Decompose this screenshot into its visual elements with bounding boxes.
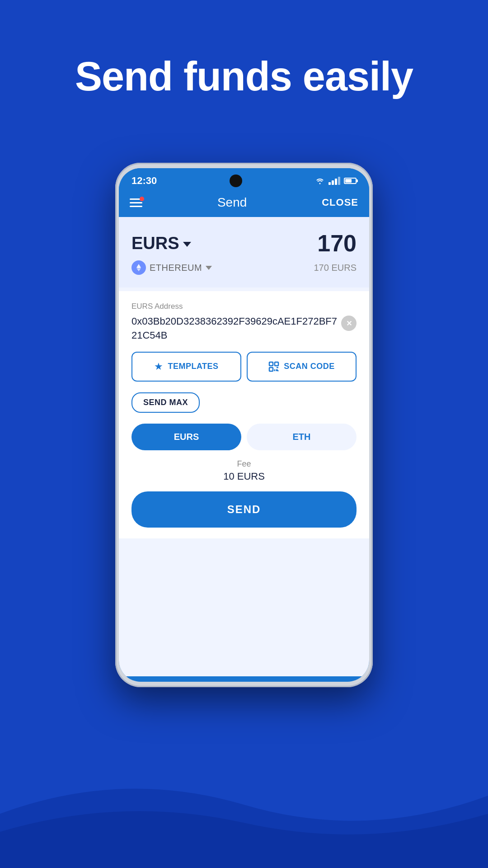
address-value[interactable]: 0x03Bb20D3238362392F39629cAE1F272BF721C5… xyxy=(131,315,341,343)
network-chevron-icon xyxy=(206,266,212,270)
address-label: EURS Address xyxy=(131,302,357,311)
menu-line xyxy=(130,206,142,207)
menu-line xyxy=(130,202,142,203)
currency-name: EURS xyxy=(131,234,179,253)
status-time: 12:30 xyxy=(131,175,157,187)
star-icon: ★ xyxy=(154,361,163,373)
phone-frame: 12:30 xyxy=(115,163,373,687)
network-selector[interactable]: ETHEREUM xyxy=(131,260,212,275)
address-row: 0x03Bb20D3238362392F39629cAE1F272BF721C5… xyxy=(131,315,357,343)
form-area: EURS Address 0x03Bb20D3238362392F39629cA… xyxy=(119,291,369,538)
currency-bottom-row: ETHEREUM 170 EURS xyxy=(131,260,357,275)
screen-content: EURS 170 ETHEREUM xyxy=(119,217,369,676)
amount-sub-label: 170 EURS xyxy=(314,263,357,273)
currency-chevron-icon xyxy=(183,242,191,247)
svg-marker-1 xyxy=(136,268,141,271)
templates-button[interactable]: ★ TEMPLATES xyxy=(131,352,241,382)
menu-notification-dot xyxy=(140,197,144,201)
status-bar: 12:30 xyxy=(119,168,369,191)
templates-label: TEMPLATES xyxy=(168,362,218,371)
hero-title: Send funds easily xyxy=(0,54,488,99)
svg-marker-0 xyxy=(136,264,141,269)
svg-rect-2 xyxy=(269,362,273,366)
send-max-button[interactable]: SEND MAX xyxy=(131,392,200,413)
menu-button[interactable] xyxy=(130,198,142,207)
battery-icon xyxy=(344,178,357,184)
amount-display: 170 xyxy=(317,230,357,257)
token-toggle: EURS ETH xyxy=(131,424,357,450)
eurs-token-button[interactable]: EURS xyxy=(131,424,241,450)
currency-top-row: EURS 170 xyxy=(131,230,357,257)
fee-label: Fee xyxy=(131,459,357,469)
send-max-label: SEND MAX xyxy=(143,398,188,407)
action-row: ★ TEMPLATES xyxy=(131,352,357,382)
screen-title: Send xyxy=(217,195,247,210)
scan-code-label: SCAN CODE xyxy=(284,362,335,371)
clear-address-button[interactable] xyxy=(341,316,357,331)
wifi-icon xyxy=(315,177,325,184)
eth-token-label: ETH xyxy=(293,432,311,442)
send-button-label: SEND xyxy=(227,503,261,515)
network-name: ETHEREUM xyxy=(150,263,202,273)
phone-screen: 12:30 xyxy=(119,168,369,682)
scan-icon xyxy=(268,361,279,372)
eth-token-button[interactable]: ETH xyxy=(247,424,357,450)
eurs-token-label: EURS xyxy=(174,432,199,442)
app-header: Send CLOSE xyxy=(119,191,369,217)
camera-notch xyxy=(230,175,242,187)
currency-card: EURS 170 ETHEREUM xyxy=(119,217,369,288)
fee-value: 10 EURS xyxy=(131,471,357,482)
svg-rect-3 xyxy=(275,362,278,366)
fee-area: Fee 10 EURS xyxy=(131,459,357,482)
ethereum-icon xyxy=(131,260,146,275)
status-icons xyxy=(315,177,357,185)
svg-rect-4 xyxy=(269,368,273,371)
signal-icon xyxy=(328,177,340,185)
currency-selector[interactable]: EURS xyxy=(131,234,191,253)
send-button[interactable]: SEND xyxy=(131,491,357,528)
close-button[interactable]: CLOSE xyxy=(322,197,358,208)
scan-code-button[interactable]: SCAN CODE xyxy=(247,352,357,382)
